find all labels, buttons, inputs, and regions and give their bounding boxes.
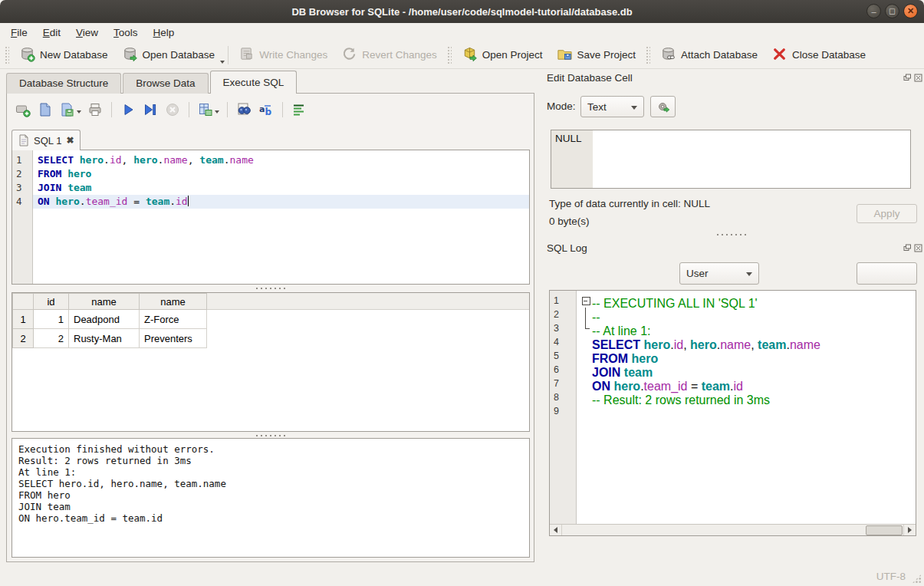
execution-message: Execution finished without errors. Resul…	[12, 439, 529, 528]
editor-results-splitter[interactable]	[12, 286, 530, 290]
new-sql-tab-icon[interactable]	[15, 101, 31, 118]
save-sql-file-icon[interactable]	[59, 101, 76, 118]
tab-execute-sql[interactable]: Execute SQL	[210, 71, 298, 94]
column-header-name[interactable]: name	[140, 294, 207, 310]
line-number: 4	[12, 195, 33, 209]
toolbar-button-label: Open Database	[143, 49, 215, 61]
scrollbar-thumb[interactable]	[866, 525, 903, 535]
sql-tab-close-icon[interactable]: ✖	[66, 135, 74, 146]
new-database-button[interactable]: New Database	[12, 43, 115, 67]
apply-format-button[interactable]	[650, 96, 676, 117]
toolbar-button-label: New Database	[40, 49, 108, 61]
toolbar-handle[interactable]	[5, 46, 9, 64]
toolbar-button-label: Attach Database	[681, 49, 758, 61]
tab-database-structure[interactable]: Database Structure	[6, 73, 121, 94]
menu-file[interactable]: File	[3, 25, 35, 41]
toolbar-button-label: Open Project	[482, 49, 543, 61]
open-database-button[interactable]: Open Database	[115, 43, 222, 67]
format-sql-icon[interactable]	[291, 101, 307, 118]
code-line: 5FROM hero	[550, 349, 916, 363]
toolbar-handle[interactable]	[447, 46, 452, 64]
row-header[interactable]: 2	[13, 329, 34, 348]
open-project-button[interactable]: Open Project	[455, 43, 550, 67]
mode-select[interactable]: Text	[580, 96, 644, 117]
dropdown-arrow-icon[interactable]	[215, 110, 219, 114]
fold-box-icon[interactable]	[581, 294, 592, 308]
code-text: FROM hero	[33, 167, 529, 181]
close-button[interactable]: ✕	[903, 4, 918, 18]
sql-toolbar: ab	[15, 101, 307, 118]
cell-size-text: 0 byte(s)	[549, 216, 590, 227]
export-results-icon[interactable]	[197, 101, 214, 118]
menu-help[interactable]: Help	[146, 25, 182, 41]
code-text: --	[577, 308, 916, 321]
minimize-button[interactable]: –	[866, 4, 881, 18]
code-text	[577, 404, 916, 418]
cell[interactable]: 2	[34, 329, 69, 348]
cell[interactable]: Z-Force	[140, 310, 207, 329]
titlebar: DB Browser for SQLite - /home/user/code/…	[0, 0, 924, 23]
line-number: 1	[550, 294, 577, 308]
dock-splitter[interactable]	[546, 232, 917, 236]
stop-execution-icon	[164, 101, 181, 118]
fold-end-icon[interactable]	[581, 321, 592, 335]
column-header-name[interactable]: name	[69, 294, 140, 310]
find-icon[interactable]	[235, 101, 252, 118]
scroll-left-icon[interactable]	[550, 525, 562, 535]
tab-browse-data[interactable]: Browse Data	[123, 73, 208, 94]
save-project-button[interactable]: Save Project	[550, 43, 643, 67]
toolbar-handle[interactable]	[646, 46, 650, 64]
attach-database-button[interactable]: Attach Database	[653, 43, 765, 67]
print-sql-icon[interactable]	[87, 101, 104, 118]
code-text: JOIN team	[577, 363, 916, 377]
cell[interactable]: 1	[34, 310, 69, 329]
code-text: -- Result: 2 rows returned in 3ms	[577, 390, 916, 404]
execute-all-icon[interactable]	[120, 101, 136, 118]
dropdown-arrow-icon[interactable]	[77, 110, 81, 114]
line-number: 5	[550, 349, 577, 363]
write-changes-icon	[238, 46, 255, 64]
clear-log-button[interactable]	[857, 262, 917, 285]
float-panel-icon[interactable]	[903, 244, 912, 252]
save-project-icon	[557, 46, 573, 64]
row-header[interactable]: 1	[13, 310, 34, 329]
log-horizontal-scrollbar[interactable]	[550, 524, 916, 535]
dropdown-arrow-icon[interactable]	[220, 61, 225, 64]
sql-editor[interactable]: 1SELECT hero.id, hero.name, team.name2FR…	[12, 150, 530, 285]
cell[interactable]: Rusty-Man	[69, 329, 140, 348]
menu-tools[interactable]: Tools	[106, 25, 146, 41]
close-panel-icon[interactable]	[914, 74, 922, 82]
code-line: 7ON hero.team_id = team.id	[550, 377, 916, 390]
main-tab-bar: Database StructureBrowse DataExecute SQL	[6, 71, 298, 94]
scroll-right-icon[interactable]	[903, 525, 916, 535]
column-header-id[interactable]: id	[34, 294, 69, 310]
sql-log-panel-title: SQL Log	[547, 242, 587, 254]
maximize-button[interactable]: ◻	[885, 4, 899, 18]
execute-line-icon[interactable]	[142, 101, 159, 118]
menu-edit[interactable]: Edit	[35, 25, 68, 41]
line-number: 9	[550, 404, 577, 418]
fold-gutter	[581, 349, 592, 363]
replace-icon[interactable]: ab	[258, 101, 275, 118]
sql-editor-tab[interactable]: SQL 1 ✖	[12, 130, 81, 150]
resize-grip[interactable]	[912, 574, 922, 584]
menu-view[interactable]: View	[68, 25, 106, 41]
fold-line-icon[interactable]	[581, 308, 592, 321]
execute-sql-pane: ab SQL 1 ✖ 1SELECT hero.id, hero.name, t…	[6, 93, 534, 562]
close-panel-icon[interactable]	[914, 244, 922, 252]
cell-value: NULL	[555, 133, 582, 144]
table-row[interactable]: 11DeadpondZ-Force	[13, 310, 207, 329]
open-sql-file-icon[interactable]	[37, 101, 54, 118]
results-grid[interactable]: idnamename11DeadpondZ-Force22Rusty-ManPr…	[12, 292, 530, 432]
revert-changes-button: Revert Changes	[334, 43, 444, 67]
float-panel-icon[interactable]	[903, 74, 912, 82]
sql-log-view[interactable]: 1-- EXECUTING ALL IN 'SQL 1'2--3-- At li…	[550, 291, 916, 525]
cell[interactable]: Preventers	[140, 329, 207, 348]
cell-editor[interactable]: NULL	[551, 130, 911, 189]
sql-log-filter-select[interactable]: User	[679, 262, 759, 285]
table-row[interactable]: 22Rusty-ManPreventers	[13, 329, 207, 348]
close-database-button[interactable]: Close Database	[765, 43, 873, 67]
results-message-splitter[interactable]	[12, 433, 530, 437]
edit-cell-panel-controls	[903, 74, 922, 82]
cell[interactable]: Deadpond	[69, 310, 140, 329]
